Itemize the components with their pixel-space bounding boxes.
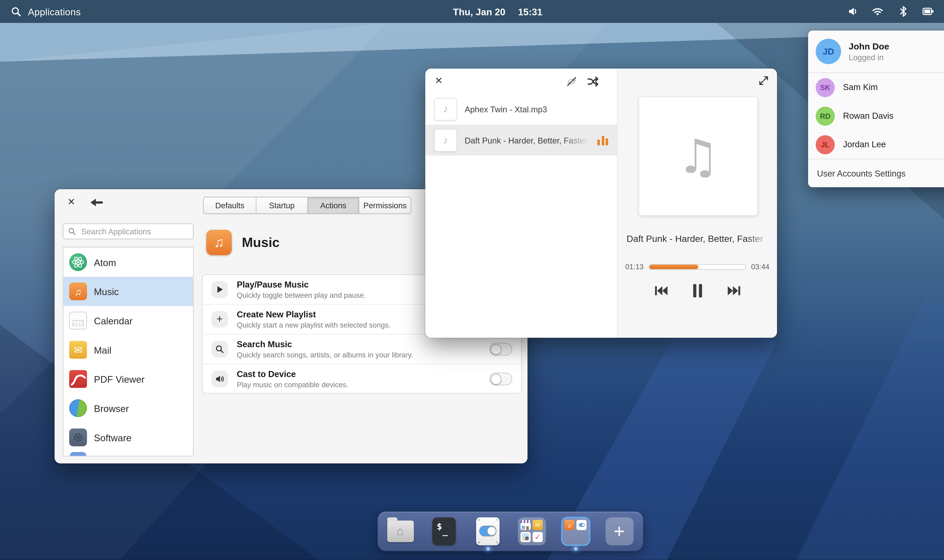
sidebar-item-music[interactable]: ♫ Music bbox=[63, 277, 193, 306]
app-folder-icon-selected: ♫ bbox=[561, 517, 589, 545]
sidebar-item-browser[interactable]: Browser bbox=[63, 394, 193, 423]
desktop: Applications Thu, Jan 20 15:31 bbox=[0, 0, 944, 560]
close-window-button[interactable]: ✕ bbox=[435, 75, 443, 86]
avatar: JL bbox=[816, 135, 835, 154]
repeat-off-icon[interactable] bbox=[566, 75, 578, 88]
now-playing-equalizer-icon bbox=[597, 135, 608, 145]
next-track-button[interactable] bbox=[727, 285, 741, 297]
system-settings-icon bbox=[476, 517, 500, 545]
sidebar-item-label: Calendar bbox=[94, 315, 133, 326]
files-folder-icon: ⌂ bbox=[387, 520, 414, 542]
tab-defaults[interactable]: Defaults bbox=[204, 197, 257, 213]
speaker-icon bbox=[211, 371, 228, 387]
user-accounts-settings-link[interactable]: User Accounts Settings bbox=[808, 159, 944, 187]
music-mini-icon: ♫ bbox=[564, 520, 575, 530]
action-row-search-music: Search Music Quickly search songs, artis… bbox=[203, 335, 521, 365]
avatar: SK bbox=[816, 78, 835, 97]
shuffle-icon[interactable] bbox=[587, 75, 599, 88]
playback-controls bbox=[618, 283, 777, 298]
user-row-rowan-davis[interactable]: RD Rowan Davis › bbox=[808, 102, 944, 130]
photos-mini-icon bbox=[521, 532, 531, 542]
expand-window-icon[interactable] bbox=[759, 75, 769, 86]
applications-sidebar: Atom ♫ Music Calendar ✉ Mail PDF Viewe bbox=[63, 247, 194, 457]
user-name: Rowan Davis bbox=[843, 111, 944, 120]
top-panel: Applications Thu, Jan 20 15:31 bbox=[0, 0, 944, 23]
music-player-window: ✕ ♪ Aphex Twin - Xtal.mp3 ♪ Daft Punk - … bbox=[425, 69, 777, 338]
tab-actions[interactable]: Actions bbox=[308, 197, 359, 213]
dock-item-system-settings[interactable] bbox=[474, 517, 502, 545]
mail-mini-icon: ✉ bbox=[533, 520, 543, 530]
track-title: Aphex Twin - Xtal.mp3 bbox=[464, 105, 608, 114]
playlist: ♪ Aphex Twin - Xtal.mp3 ♪ Daft Punk - Ha… bbox=[425, 94, 617, 155]
avatar: RD bbox=[816, 106, 835, 125]
search-input[interactable] bbox=[80, 226, 189, 237]
selected-app-header: ♫ Music bbox=[206, 230, 280, 255]
home-icon: ⌂ bbox=[397, 525, 404, 537]
action-row-cast-to-device: Cast to Device Play music on compatible … bbox=[203, 365, 521, 394]
action-description: Quickly search songs, artists, or albums… bbox=[237, 351, 481, 358]
atom-app-icon bbox=[69, 253, 87, 271]
back-button[interactable] bbox=[90, 197, 103, 208]
wifi-icon[interactable] bbox=[872, 6, 884, 18]
seek-bar[interactable] bbox=[649, 264, 746, 269]
tab-startup[interactable]: Startup bbox=[257, 197, 308, 213]
tab-permissions[interactable]: Permissions bbox=[359, 197, 411, 213]
dock: ⌂ $ _ ✉ bbox=[378, 512, 643, 551]
sidebar-item-pdf-viewer[interactable]: PDF Viewer bbox=[63, 365, 193, 394]
music-app-icon: ♫ bbox=[206, 230, 232, 255]
volume-icon[interactable] bbox=[846, 6, 858, 18]
search-icon bbox=[10, 6, 22, 18]
applications-menu-label: Applications bbox=[28, 6, 81, 17]
action-title: Search Music bbox=[237, 340, 481, 349]
datetime-indicator[interactable]: Thu, Jan 20 15:31 bbox=[453, 6, 543, 17]
playlist-item-playing[interactable]: ♪ Daft Punk - Harder, Better, Faster, St… bbox=[425, 125, 617, 155]
calendar-app-icon bbox=[69, 312, 87, 329]
previous-track-button[interactable] bbox=[653, 285, 668, 297]
sidebar-item-label: Music bbox=[94, 286, 119, 297]
playlist-item[interactable]: ♪ Aphex Twin - Xtal.mp3 bbox=[425, 94, 617, 125]
track-thumbnail-note-icon: ♪ bbox=[434, 98, 457, 121]
panel-date: Thu, Jan 20 bbox=[453, 6, 505, 17]
user-row-sam-kim[interactable]: SK Sam Kim › bbox=[808, 73, 944, 102]
sidebar-item-label: Software bbox=[94, 432, 132, 443]
dock-item-add-application[interactable]: + bbox=[605, 517, 633, 545]
toggle-search-music[interactable] bbox=[489, 343, 512, 355]
search-icon bbox=[68, 227, 76, 235]
sidebar-item-label: Mail bbox=[94, 345, 112, 355]
user-name: Jordan Lee bbox=[843, 140, 944, 149]
sidebar-item-calendar[interactable]: Calendar bbox=[63, 306, 193, 335]
running-indicator bbox=[574, 547, 577, 550]
user-accounts-popover: JD John Doe Logged in SK Sam Kim › RD Ro… bbox=[808, 31, 944, 187]
dock-item-files[interactable]: ⌂ bbox=[386, 517, 414, 545]
terminal-prompt-cursor: _ bbox=[442, 525, 447, 535]
tasks-mini-icon: ✓ bbox=[533, 532, 543, 542]
user-row-jordan-lee[interactable]: JL Jordan Lee › bbox=[808, 130, 944, 158]
app-folder-icon: ✉ ✓ bbox=[518, 517, 546, 545]
applications-menu[interactable]: Applications bbox=[0, 6, 846, 18]
music-app-icon: ♫ bbox=[69, 283, 87, 300]
dock-item-app-folder-media-selected[interactable]: ♫ bbox=[561, 517, 590, 545]
current-user-name: John Doe bbox=[849, 41, 944, 51]
dock-item-app-folder-productivity[interactable]: ✉ ✓ bbox=[517, 517, 546, 545]
plus-icon: + bbox=[211, 311, 228, 328]
mail-app-icon: ✉ bbox=[69, 341, 87, 359]
sidebar-item-atom[interactable]: Atom bbox=[63, 248, 193, 277]
view-tabs: Defaults Startup Actions Permissions bbox=[203, 197, 411, 214]
sidebar-item-software[interactable]: Software bbox=[63, 423, 193, 452]
sidebar-item-label: Atom bbox=[94, 257, 116, 268]
playlist-pane: ✕ ♪ Aphex Twin - Xtal.mp3 ♪ Daft Punk - … bbox=[425, 69, 617, 338]
close-window-button[interactable]: ✕ bbox=[67, 196, 75, 208]
sidebar-item-mail[interactable]: ✉ Mail bbox=[63, 335, 193, 365]
action-title: Cast to Device bbox=[237, 370, 481, 379]
toggle-cast-to-device[interactable] bbox=[489, 373, 512, 385]
seek-bar-fill bbox=[649, 264, 698, 269]
pdf-viewer-app-icon bbox=[69, 370, 87, 388]
dock-item-terminal[interactable]: $ _ bbox=[430, 517, 458, 545]
search-icon bbox=[211, 341, 228, 357]
pause-button[interactable] bbox=[691, 283, 704, 298]
bluetooth-icon[interactable] bbox=[897, 6, 909, 18]
selected-app-title: Music bbox=[242, 235, 280, 250]
battery-icon[interactable] bbox=[922, 6, 934, 18]
total-time: 03:44 bbox=[751, 263, 769, 270]
search-applications-field[interactable] bbox=[63, 223, 194, 239]
